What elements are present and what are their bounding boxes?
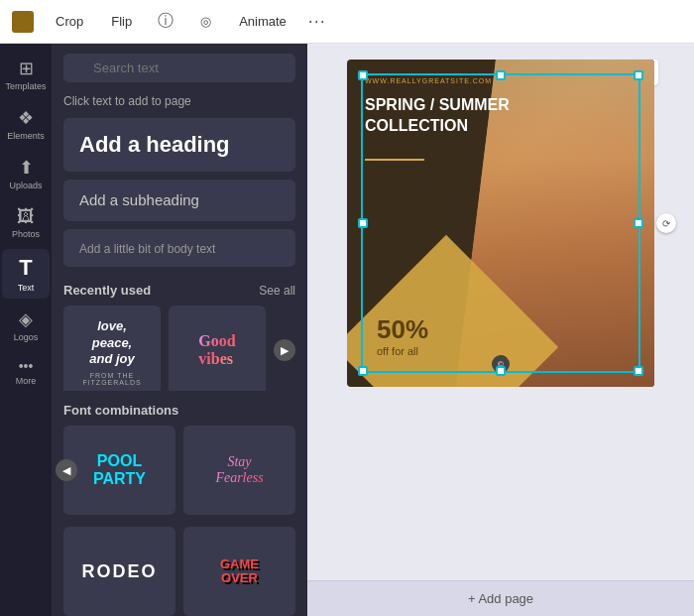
canvas-wrapper: ⧉ ↗ WWW.REALLYGREATSITE.COM SPRING / SUM… (347, 60, 654, 387)
sidebar-label-photos: Photos (12, 229, 40, 239)
eye-icon[interactable]: ◎ (193, 10, 217, 34)
good-vibes-text: Goodvibes (198, 332, 235, 368)
url-text: WWW.REALLYGREATSITE.COM (365, 77, 492, 84)
add-body-button[interactable]: Add a little bit of body text (63, 229, 295, 267)
collection-text: SPRING / SUMMER COLLECTION (365, 95, 510, 137)
sidebar-item-more[interactable]: ••• More (2, 352, 50, 392)
font-combos-grid2: RODEO GAMEOVER (63, 527, 295, 616)
collection-line1: SPRING / SUMMER (365, 95, 510, 116)
flip-button[interactable]: Flip (105, 10, 138, 33)
design-card[interactable]: WWW.REALLYGREATSITE.COM SPRING / SUMMER … (347, 60, 654, 387)
search-wrapper (63, 54, 295, 82)
recently-used-title: Recently used (63, 283, 151, 298)
search-input[interactable] (63, 54, 295, 82)
animate-button[interactable]: Animate (233, 10, 292, 33)
top-toolbar: Crop Flip ⓘ ◎ Animate ··· (0, 0, 694, 44)
elements-icon: ❖ (18, 107, 34, 129)
prev-arrow-button[interactable]: ◀ (56, 459, 77, 481)
uploads-icon: ⬆ (19, 157, 34, 179)
sidebar-label-logos: Logos (14, 332, 39, 342)
sidebar-item-text[interactable]: T Text (2, 249, 50, 299)
crop-button[interactable]: Crop (50, 10, 89, 33)
search-area (52, 44, 307, 90)
sidebar-label-templates: Templates (5, 81, 46, 91)
next-arrow-button[interactable]: ▶ (274, 339, 295, 361)
font-combo-pool-party[interactable]: POOLPARTY (63, 426, 175, 515)
sidebar-label-elements: Elements (7, 131, 45, 141)
sidebar-item-logos[interactable]: ◈ Logos (2, 303, 50, 348)
sidebar-label-text: Text (18, 283, 35, 293)
text-panel: Click text to add to page Add a heading … (52, 44, 307, 616)
add-body-label: Add a little bit of body text (79, 242, 215, 256)
discount-percent: 50% (377, 314, 428, 345)
more-options-button[interactable]: ··· (308, 11, 326, 32)
font-combo-stay-fearless[interactable]: StayFearless (183, 426, 295, 515)
more-icon: ••• (19, 358, 34, 374)
font-combo-rodeo[interactable]: RODEO (63, 527, 175, 616)
sidebar-item-photos[interactable]: 🖼 Photos (2, 200, 50, 245)
font-combos-grid: POOLPARTY StayFearless ◀ (63, 426, 295, 515)
recently-item-good-vibes[interactable]: Goodvibes (169, 306, 266, 391)
add-subheading-button[interactable]: Add a subheading (63, 180, 295, 221)
add-heading-button[interactable]: Add a heading (63, 118, 295, 172)
canvas-area: ⧉ ↗ WWW.REALLYGREATSITE.COM SPRING / SUM… (307, 44, 694, 616)
font-combo-game-over[interactable]: GAMEOVER (183, 527, 295, 616)
see-all-button[interactable]: See all (259, 284, 295, 298)
font-combos-title: Font combinations (63, 403, 295, 418)
photos-icon: 🖼 (17, 206, 35, 227)
logos-icon: ◈ (19, 308, 33, 330)
love-peace-joy-text: love,peace,and joy (69, 314, 155, 373)
add-page-label: + Add page (468, 591, 533, 606)
handle-mid-left[interactable] (358, 218, 368, 228)
click-hint: Click text to add to page (52, 90, 307, 118)
sidebar-label-more: More (16, 376, 37, 386)
sidebar-item-elements[interactable]: ❖ Elements (2, 101, 50, 147)
watermark: © (492, 355, 510, 373)
stay-fearless-text: StayFearless (215, 454, 263, 486)
recently-item-love[interactable]: love,peace,and joy FROM THE FITZGERALDS (63, 306, 161, 391)
game-over-text: GAMEOVER (220, 557, 259, 586)
rodeo-text: RODEO (81, 561, 157, 582)
pool-party-text: POOLPARTY (93, 452, 146, 487)
add-page-bar[interactable]: + Add page (307, 580, 694, 616)
recently-used-grid: love,peace,and joy FROM THE FITZGERALDS … (52, 306, 307, 391)
text-icon: T (19, 255, 32, 281)
color-swatch[interactable] (12, 11, 34, 33)
collection-line2: COLLECTION (365, 116, 510, 137)
main-area: ⊞ Templates ❖ Elements ⬆ Uploads 🖼 Photo… (0, 44, 694, 616)
sidebar-item-templates[interactable]: ⊞ Templates (2, 52, 50, 97)
sidebar-item-uploads[interactable]: ⬆ Uploads (2, 151, 50, 196)
side-handle[interactable]: ⟳ (656, 213, 676, 233)
discount-off-text: off for all (377, 345, 428, 357)
info-icon[interactable]: ⓘ (154, 10, 177, 34)
add-heading-label: Add a heading (79, 132, 280, 158)
font-combos-section: Font combinations POOLPARTY StayFearless… (52, 403, 307, 616)
recently-row: love,peace,and joy FROM THE FITZGERALDS … (63, 306, 295, 391)
add-subheading-label: Add a subheading (79, 191, 199, 208)
sidebar: ⊞ Templates ❖ Elements ⬆ Uploads 🖼 Photo… (0, 44, 52, 616)
discount-area: 50% off for all (377, 314, 428, 357)
recently-used-header: Recently used See all (52, 279, 307, 306)
gold-divider (365, 159, 424, 161)
love-sub-text: FROM THE FITZGERALDS (69, 372, 155, 386)
templates-icon: ⊞ (19, 58, 34, 79)
sidebar-label-uploads: Uploads (9, 181, 42, 190)
